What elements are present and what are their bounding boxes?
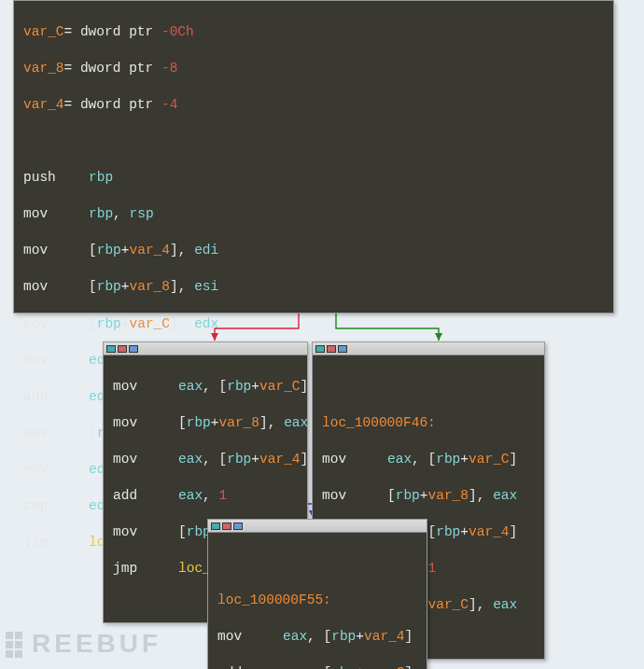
block-titlebar: [104, 342, 307, 355]
titlebar-icon: [211, 523, 220, 530]
asm-block-entry[interactable]: var_C= dword ptr -0Ch var_8= dword ptr -…: [13, 0, 614, 314]
asm-block-exit[interactable]: loc_100000F55: moveax, [rbp+var_4] addea…: [207, 519, 427, 669]
decl-off: -0Ch: [161, 23, 194, 42]
operands: rbp: [89, 169, 113, 188]
watermark: REEBUF: [6, 626, 161, 662]
watermark-logo-icon: [6, 632, 26, 656]
titlebar-icon: [233, 523, 243, 530]
titlebar-icon: [129, 345, 138, 353]
titlebar-icon: [106, 345, 116, 353]
block-label: loc_100000F55:: [217, 592, 331, 610]
watermark-text: REEBUF: [32, 626, 161, 662]
titlebar-icon: [118, 345, 127, 353]
titlebar-icon: [315, 345, 325, 353]
decl-eq: = dword ptr: [64, 23, 161, 42]
titlebar-icon: [222, 523, 231, 530]
code-body: loc_100000F55: moveax, [rbp+var_4] addea…: [208, 533, 427, 669]
block-titlebar: [208, 520, 427, 533]
decl-name: var_C: [23, 23, 64, 42]
titlebar-icon: [327, 345, 336, 353]
mnemonic: push: [23, 169, 89, 188]
block-titlebar: [313, 342, 544, 355]
block-label: loc_100000F46:: [322, 414, 436, 433]
titlebar-icon: [338, 345, 347, 353]
